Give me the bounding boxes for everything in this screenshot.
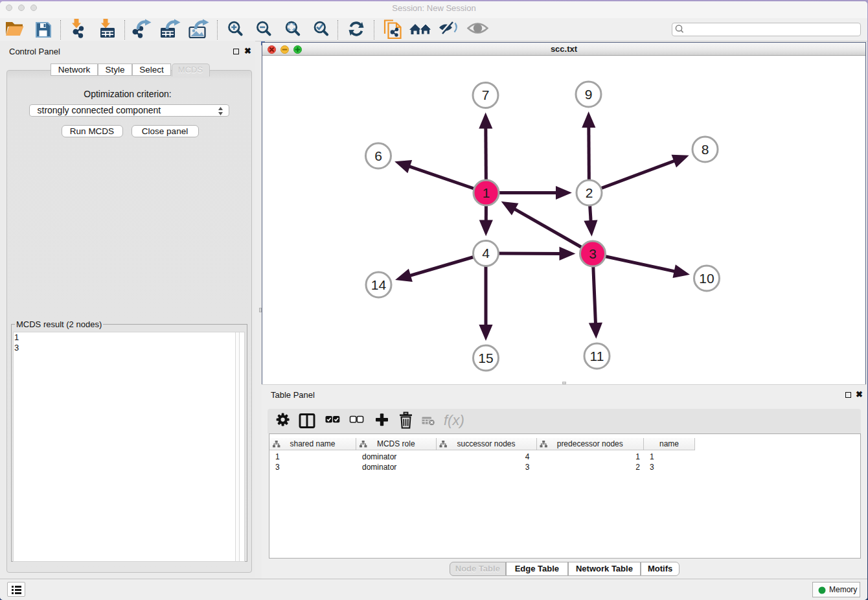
svg-text:f(x): f(x) [444,412,464,428]
svg-text:11: 11 [590,349,604,363]
svg-text:7: 7 [482,87,490,102]
svg-text:3: 3 [589,246,597,261]
svg-text:9: 9 [585,87,593,102]
svg-text:10: 10 [699,271,714,286]
svg-text:8: 8 [702,142,709,157]
svg-text:15: 15 [478,351,493,365]
svg-text:4: 4 [482,246,490,260]
svg-text:1: 1 [483,185,490,200]
svg-text:6: 6 [374,148,382,163]
svg-text:14: 14 [371,277,387,292]
svg-text:2: 2 [586,185,593,200]
